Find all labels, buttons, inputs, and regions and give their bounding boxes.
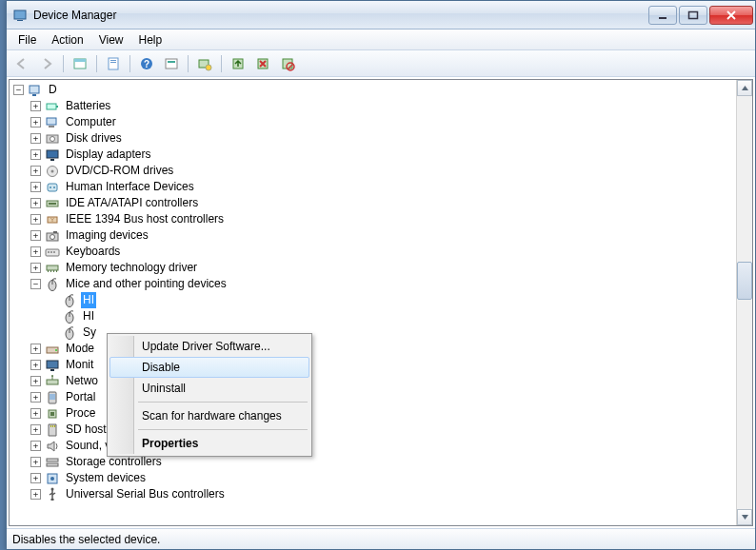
tree-expander[interactable]: + <box>30 424 41 435</box>
tree-expander[interactable]: + <box>30 214 41 225</box>
svg-point-33 <box>53 187 55 188</box>
tree-category[interactable]: +Computer <box>10 114 736 130</box>
svg-rect-27 <box>47 150 58 158</box>
tree-node-label: IEEE 1394 Bus host controllers <box>64 211 226 227</box>
svg-rect-24 <box>49 126 54 128</box>
device-tree[interactable]: −D+Batteries+Computer+Disk drives+Displa… <box>10 80 736 525</box>
tree-device[interactable]: HI <box>10 308 736 324</box>
tree-expander[interactable]: + <box>30 230 41 241</box>
sound-icon <box>45 439 60 454</box>
scroll-track[interactable] <box>737 96 752 509</box>
svg-rect-31 <box>48 184 57 191</box>
tree-category[interactable]: +System devices <box>10 470 736 486</box>
context-menu-item[interactable]: Disable <box>109 357 309 378</box>
tree-expander[interactable]: + <box>30 344 41 354</box>
svg-rect-0 <box>14 10 26 19</box>
close-button[interactable] <box>709 6 753 25</box>
svg-rect-8 <box>110 62 116 63</box>
svg-rect-49 <box>56 270 57 272</box>
tree-expander[interactable]: + <box>30 166 41 176</box>
tree-node-label: Mice and other pointing devices <box>64 276 229 292</box>
context-menu-item[interactable]: Uninstall <box>109 378 309 399</box>
svg-rect-67 <box>47 459 58 462</box>
tree-category[interactable]: +Imaging devices <box>10 227 736 244</box>
svg-point-70 <box>50 477 54 481</box>
tree-expander[interactable]: + <box>30 101 41 111</box>
tree-category[interactable]: +Memory technology driver <box>10 260 736 276</box>
svg-rect-47 <box>50 270 51 272</box>
tree-expander[interactable]: + <box>30 441 41 451</box>
window-controls <box>648 6 753 25</box>
context-menu-separator <box>138 429 308 430</box>
scroll-down-button[interactable] <box>737 509 752 525</box>
toolbar-disable[interactable] <box>276 53 299 74</box>
svg-rect-22 <box>56 106 58 108</box>
computer-root-icon <box>28 83 43 98</box>
svg-rect-1 <box>17 20 23 21</box>
tree-root[interactable]: −D <box>10 82 736 98</box>
toolbar-separator <box>221 55 222 72</box>
tree-expander[interactable]: + <box>30 473 41 483</box>
tree-category[interactable]: +DVD/CD-ROM drives <box>10 163 736 179</box>
menu-action[interactable]: Action <box>44 31 90 49</box>
menu-help[interactable]: Help <box>131 31 170 49</box>
tree-node-label: Monit <box>64 357 95 373</box>
tree-category[interactable]: +Universal Serial Bus controllers <box>10 486 736 502</box>
toolbar-update-driver[interactable] <box>227 53 249 74</box>
toolbar-scan[interactable] <box>193 53 216 74</box>
tree-category[interactable]: +Batteries <box>10 98 736 114</box>
tree-expander[interactable]: + <box>30 376 41 386</box>
back-button[interactable] <box>10 53 33 74</box>
tree-expander[interactable]: + <box>30 149 41 160</box>
toolbar-show-hidden[interactable] <box>69 53 91 74</box>
tree-expander[interactable]: + <box>30 246 41 257</box>
scroll-thumb[interactable] <box>737 262 752 300</box>
context-menu-item[interactable]: Scan for hardware changes <box>109 405 309 426</box>
tree-expander[interactable]: − <box>30 279 41 289</box>
tree-expander[interactable]: + <box>30 133 41 144</box>
tree-expander[interactable]: + <box>30 457 41 467</box>
forward-button[interactable] <box>35 53 58 74</box>
menu-file[interactable]: File <box>10 31 44 49</box>
camera-icon <box>45 228 60 244</box>
minimize-button[interactable] <box>648 6 677 25</box>
tree-expander[interactable]: + <box>30 489 41 500</box>
vertical-scrollbar[interactable] <box>736 80 752 525</box>
tree-expander[interactable]: + <box>30 263 41 273</box>
scroll-up-button[interactable] <box>737 80 752 96</box>
context-menu-item[interactable]: Update Driver Software... <box>109 336 309 357</box>
context-menu: Update Driver Software...DisableUninstal… <box>107 333 312 457</box>
tree-category[interactable]: +Human Interface Devices <box>10 179 736 195</box>
svg-point-14 <box>206 65 211 70</box>
tree-category[interactable]: +YIEEE 1394 Bus host controllers <box>10 211 736 227</box>
tree-node-label: Human Interface Devices <box>64 179 196 195</box>
modem-icon <box>45 342 60 357</box>
tree-expander[interactable]: + <box>30 198 41 208</box>
tree-expander[interactable]: − <box>13 85 24 95</box>
menu-view[interactable]: View <box>91 31 131 49</box>
tree-expander <box>48 311 58 322</box>
tree-category[interactable]: +Display adapters <box>10 147 736 163</box>
toolbar-help[interactable]: ? <box>135 53 158 74</box>
toolbar-refresh[interactable] <box>160 53 183 74</box>
tree-category[interactable]: +Keyboards <box>10 244 736 260</box>
context-menu-item[interactable]: Properties <box>109 433 309 454</box>
svg-rect-19 <box>30 86 39 93</box>
tree-expander[interactable]: + <box>30 117 41 128</box>
tree-expander[interactable]: + <box>30 408 41 419</box>
tree-expander[interactable]: + <box>30 392 41 403</box>
svg-rect-63 <box>50 412 54 416</box>
keyboard-icon <box>45 245 60 260</box>
window-title: Device Manager <box>33 9 648 22</box>
svg-point-30 <box>51 169 54 172</box>
tree-category[interactable]: +IDE ATA/ATAPI controllers <box>10 195 736 211</box>
tree-expander[interactable]: + <box>30 360 41 370</box>
tree-node-label: Proce <box>64 405 97 422</box>
toolbar-properties[interactable] <box>102 53 125 74</box>
tree-category[interactable]: −Mice and other pointing devices <box>10 276 736 292</box>
maximize-button[interactable] <box>679 6 707 25</box>
tree-category[interactable]: +Disk drives <box>10 130 736 147</box>
tree-expander[interactable]: + <box>30 182 41 192</box>
toolbar-uninstall[interactable] <box>251 53 274 74</box>
tree-device[interactable]: HI <box>10 292 736 308</box>
